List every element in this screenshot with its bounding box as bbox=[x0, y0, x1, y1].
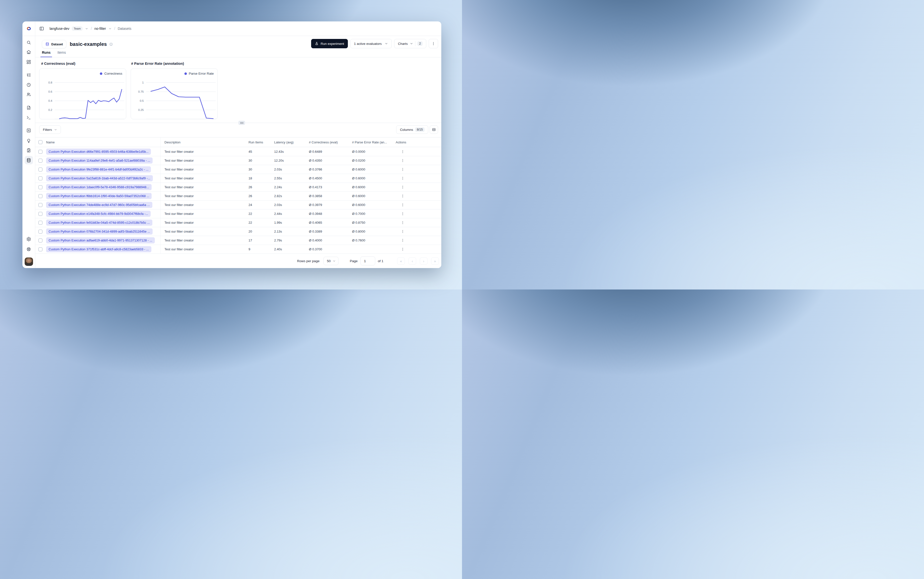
column-header-latency[interactable]: Latency (avg) bbox=[271, 141, 305, 144]
columns-button[interactable]: Columns 8/15 bbox=[396, 125, 428, 134]
app-logo-cell bbox=[23, 21, 35, 36]
sidebar-item-evaluation[interactable] bbox=[25, 126, 33, 134]
row-checkbox[interactable] bbox=[38, 230, 43, 234]
svg-text:1: 1 bbox=[142, 81, 144, 84]
run-name-link[interactable]: Custom Python Execution adfae619-abb0-4d… bbox=[46, 237, 155, 244]
parse-error-rate-value: Ø 0.6000 bbox=[349, 177, 392, 180]
breadcrumb-section[interactable]: Datasets bbox=[118, 26, 131, 31]
row-checkbox[interactable] bbox=[38, 239, 43, 242]
row-checkbox[interactable] bbox=[38, 185, 43, 189]
row-height-button[interactable] bbox=[430, 125, 438, 134]
run-name-link[interactable]: Custom Python Execution 5a15a616-1bab-44… bbox=[46, 175, 153, 182]
row-actions-button[interactable] bbox=[399, 246, 406, 253]
run-name-link[interactable]: Custom Python Execution 1daec0f9-5e78-43… bbox=[46, 184, 152, 190]
breadcrumb-project[interactable]: langfuse-dev bbox=[49, 26, 69, 31]
correctness-value: Ø 0.4500 bbox=[305, 177, 349, 180]
row-actions-button[interactable] bbox=[399, 228, 406, 235]
run-name-link[interactable]: Custom Python Execution f6bb1614-1f90-40… bbox=[46, 193, 152, 199]
active-evaluators-button[interactable]: 1 active evaluators bbox=[350, 39, 392, 48]
sidebar-item-home[interactable] bbox=[25, 48, 33, 56]
sidebar-item-sessions[interactable] bbox=[25, 80, 33, 89]
next-page-button[interactable]: › bbox=[420, 257, 428, 265]
run-name-link[interactable]: Custom Python Execution 74de488e-ec9d-47… bbox=[46, 202, 152, 208]
sidebar-item-prompts[interactable] bbox=[25, 103, 33, 112]
svg-text:0.4: 0.4 bbox=[48, 99, 52, 102]
row-actions-button[interactable] bbox=[399, 237, 406, 244]
clock-icon bbox=[26, 83, 31, 87]
filters-button[interactable]: Filters bbox=[39, 125, 61, 134]
sidebar-item-support[interactable] bbox=[25, 245, 33, 253]
row-checkbox[interactable] bbox=[38, 150, 43, 154]
column-header-parse-error-rate[interactable]: # Parse Error Rate (an... bbox=[349, 141, 392, 144]
breadcrumb-environment[interactable]: no-filter bbox=[94, 26, 106, 31]
column-header-correctness[interactable]: # Correctness (eval) bbox=[305, 141, 349, 144]
sidebar-toggle-icon[interactable] bbox=[39, 26, 44, 31]
column-header-name[interactable]: Name bbox=[44, 137, 161, 147]
sidebar-item-playground[interactable] bbox=[25, 113, 33, 122]
run-name-link[interactable]: Custom Python Execution 076b2704-341d-48… bbox=[46, 228, 152, 235]
rows-per-page-select[interactable]: 50 bbox=[323, 257, 339, 265]
column-header-run-items[interactable]: Run Items bbox=[245, 141, 271, 144]
sidebar-item-insights[interactable] bbox=[25, 136, 33, 145]
column-header-description[interactable]: Description bbox=[161, 141, 245, 144]
row-checkbox[interactable] bbox=[38, 177, 43, 180]
row-checkbox[interactable] bbox=[38, 168, 43, 172]
info-icon[interactable] bbox=[109, 43, 113, 46]
first-page-button[interactable]: « bbox=[397, 257, 405, 265]
resize-grip[interactable] bbox=[238, 121, 245, 125]
row-checkbox[interactable] bbox=[38, 159, 43, 163]
run-experiment-button[interactable]: Run experiment bbox=[311, 39, 347, 48]
row-actions-button[interactable] bbox=[399, 166, 406, 173]
row-checkbox[interactable] bbox=[38, 212, 43, 216]
row-actions-button[interactable] bbox=[399, 175, 406, 182]
kebab-icon bbox=[401, 159, 405, 162]
sidebar-item-datasets[interactable] bbox=[25, 156, 33, 164]
sidebar-item-annotation[interactable] bbox=[25, 146, 33, 154]
row-checkbox[interactable] bbox=[38, 221, 43, 225]
correctness-value: Ø 0.3858 bbox=[305, 194, 349, 198]
sidebar-item-search[interactable] bbox=[25, 38, 33, 47]
table-row: Custom Python Execution 74de488e-ec9d-47… bbox=[35, 201, 441, 209]
sidebar-item-dashboards[interactable] bbox=[25, 58, 33, 66]
run-name-link[interactable]: Custom Python Execution 371f531c-abff-4d… bbox=[46, 246, 151, 252]
database-icon bbox=[26, 158, 31, 163]
row-actions-button[interactable] bbox=[399, 193, 406, 200]
sidebar-item-settings[interactable] bbox=[25, 235, 33, 243]
tab-runs[interactable]: Runs bbox=[42, 51, 51, 57]
row-actions-button[interactable] bbox=[399, 210, 406, 217]
charts-button[interactable]: Charts 2 bbox=[394, 39, 426, 48]
row-actions-button[interactable] bbox=[399, 148, 406, 155]
table-row: Custom Python Execution d66e7991-8595-45… bbox=[35, 147, 441, 156]
latency-value: 2.82s bbox=[271, 194, 305, 198]
chevron-down-icon[interactable] bbox=[85, 27, 88, 30]
run-name-link[interactable]: Custom Python Execution e14fa348-5cfc-49… bbox=[46, 211, 151, 217]
latency-value: 12.20s bbox=[271, 159, 305, 162]
row-actions-button[interactable] bbox=[399, 157, 406, 164]
sidebar-item-users[interactable] bbox=[25, 90, 33, 98]
run-name-link[interactable]: Custom Python Execution d66e7991-8595-45… bbox=[46, 149, 151, 155]
chevron-down-icon[interactable] bbox=[108, 27, 112, 30]
table-row: Custom Python Execution adfae619-abb0-4d… bbox=[35, 236, 441, 245]
more-actions-button[interactable] bbox=[429, 39, 438, 48]
previous-page-button[interactable]: ‹ bbox=[408, 257, 416, 265]
sidebar-item-tracing[interactable] bbox=[25, 71, 33, 79]
row-checkbox[interactable] bbox=[38, 247, 43, 251]
page-number-input[interactable]: 1 bbox=[360, 257, 375, 265]
run-experiment-label: Run experiment bbox=[321, 42, 344, 46]
run-name-link[interactable]: Custom Python Execution fe91b83e-04a5-47… bbox=[46, 219, 152, 226]
tab-items[interactable]: Items bbox=[57, 51, 66, 57]
table-row: Custom Python Execution 5a15a616-1bab-44… bbox=[35, 174, 441, 183]
run-name-link[interactable]: Custom Python Execution 114aa9ef-29e6-4e… bbox=[46, 157, 152, 164]
run-name-link[interactable]: Custom Python Execution 9fe23f98-881e-44… bbox=[46, 166, 151, 172]
row-checkbox[interactable] bbox=[38, 194, 43, 198]
kebab-icon bbox=[401, 212, 405, 216]
run-items-value: 18 bbox=[245, 177, 271, 180]
row-actions-button[interactable] bbox=[399, 201, 406, 208]
select-all-checkbox[interactable] bbox=[38, 140, 43, 144]
user-avatar[interactable] bbox=[25, 257, 33, 266]
row-actions-button[interactable] bbox=[399, 219, 406, 226]
kebab-icon bbox=[401, 177, 405, 180]
row-checkbox[interactable] bbox=[38, 203, 43, 207]
last-page-button[interactable]: » bbox=[431, 257, 439, 265]
row-actions-button[interactable] bbox=[399, 184, 406, 191]
